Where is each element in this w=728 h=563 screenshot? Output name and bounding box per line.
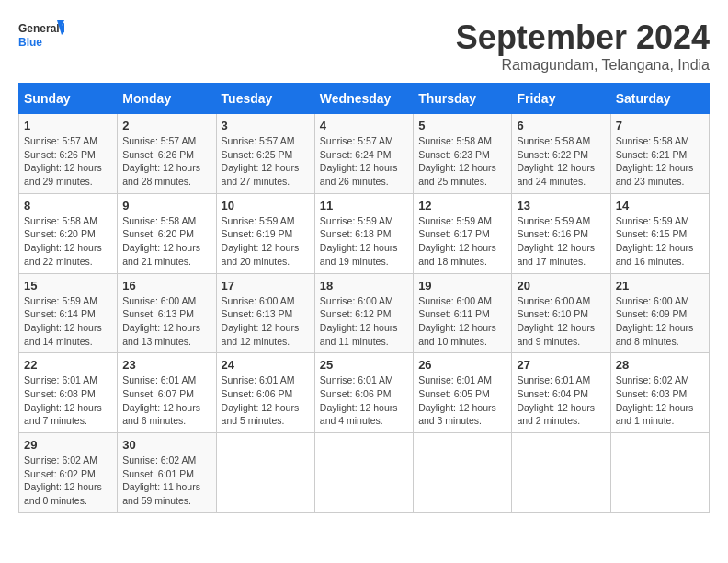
table-row: 7 Sunrise: 5:58 AM Sunset: 6:21 PM Dayli… [610, 114, 709, 194]
day-info: Sunrise: 5:59 AM Sunset: 6:17 PM Dayligh… [418, 214, 506, 269]
header-monday: Monday [118, 84, 216, 114]
day-info: Sunrise: 5:58 AM Sunset: 6:23 PM Dayligh… [418, 134, 506, 189]
day-number: 16 [122, 279, 210, 293]
logo-svg: General Blue [18, 18, 64, 55]
day-number: 8 [24, 199, 112, 213]
table-row: 22 Sunrise: 6:01 AM Sunset: 6:08 PM Dayl… [19, 353, 118, 433]
day-number: 13 [517, 199, 605, 213]
day-info: Sunrise: 6:00 AM Sunset: 6:09 PM Dayligh… [616, 294, 704, 349]
day-number: 25 [320, 358, 408, 372]
day-number: 29 [24, 438, 112, 452]
logo: General Blue [18, 18, 64, 55]
page-header: General Blue September 2024 Ramagundam, … [18, 18, 710, 74]
calendar-header-row: Sunday Monday Tuesday Wednesday Thursday… [19, 84, 710, 114]
day-number: 15 [24, 279, 112, 293]
table-row: 25 Sunrise: 6:01 AM Sunset: 6:06 PM Dayl… [314, 353, 413, 433]
table-row: 27 Sunrise: 6:01 AM Sunset: 6:04 PM Dayl… [512, 353, 610, 433]
header-thursday: Thursday [414, 84, 512, 114]
day-info: Sunrise: 6:01 AM Sunset: 6:08 PM Dayligh… [24, 373, 112, 428]
day-info: Sunrise: 6:00 AM Sunset: 6:13 PM Dayligh… [122, 294, 210, 349]
table-row [512, 433, 610, 513]
day-number: 12 [418, 199, 506, 213]
table-row [314, 433, 413, 513]
title-block: September 2024 Ramagundam, Telangana, In… [456, 18, 710, 74]
table-row: 12 Sunrise: 5:59 AM Sunset: 6:17 PM Dayl… [414, 193, 512, 273]
header-saturday: Saturday [610, 84, 709, 114]
header-wednesday: Wednesday [314, 84, 413, 114]
calendar-week-row: 22 Sunrise: 6:01 AM Sunset: 6:08 PM Dayl… [19, 353, 710, 433]
table-row: 20 Sunrise: 6:00 AM Sunset: 6:10 PM Dayl… [512, 273, 610, 353]
day-number: 3 [222, 119, 310, 132]
day-number: 19 [418, 279, 506, 293]
location-subtitle: Ramagundam, Telangana, India [456, 57, 710, 74]
table-row [414, 433, 512, 513]
table-row: 2 Sunrise: 5:57 AM Sunset: 6:26 PM Dayli… [118, 114, 216, 194]
table-row: 23 Sunrise: 6:01 AM Sunset: 6:07 PM Dayl… [118, 353, 216, 433]
day-info: Sunrise: 6:01 AM Sunset: 6:06 PM Dayligh… [222, 373, 310, 428]
calendar-week-row: 29 Sunrise: 6:02 AM Sunset: 6:02 PM Dayl… [19, 433, 710, 513]
table-row: 28 Sunrise: 6:02 AM Sunset: 6:03 PM Dayl… [610, 353, 709, 433]
day-number: 11 [320, 199, 408, 213]
day-info: Sunrise: 6:01 AM Sunset: 6:04 PM Dayligh… [517, 373, 605, 428]
table-row: 9 Sunrise: 5:58 AM Sunset: 6:20 PM Dayli… [118, 193, 216, 273]
table-row: 15 Sunrise: 5:59 AM Sunset: 6:14 PM Dayl… [19, 273, 118, 353]
table-row: 11 Sunrise: 5:59 AM Sunset: 6:18 PM Dayl… [314, 193, 413, 273]
day-info: Sunrise: 5:58 AM Sunset: 6:20 PM Dayligh… [24, 214, 112, 269]
table-row: 17 Sunrise: 6:00 AM Sunset: 6:13 PM Dayl… [216, 273, 314, 353]
day-info: Sunrise: 5:57 AM Sunset: 6:26 PM Dayligh… [122, 134, 210, 189]
header-tuesday: Tuesday [216, 84, 314, 114]
header-friday: Friday [512, 84, 610, 114]
day-info: Sunrise: 5:59 AM Sunset: 6:16 PM Dayligh… [517, 214, 605, 269]
day-info: Sunrise: 5:59 AM Sunset: 6:18 PM Dayligh… [320, 214, 408, 269]
day-number: 1 [24, 119, 112, 132]
day-number: 26 [418, 358, 506, 372]
day-info: Sunrise: 6:02 AM Sunset: 6:02 PM Dayligh… [24, 454, 112, 508]
table-row: 4 Sunrise: 5:57 AM Sunset: 6:24 PM Dayli… [314, 114, 413, 194]
day-info: Sunrise: 5:57 AM Sunset: 6:26 PM Dayligh… [24, 134, 112, 189]
table-row [610, 433, 709, 513]
table-row: 3 Sunrise: 5:57 AM Sunset: 6:25 PM Dayli… [216, 114, 314, 194]
table-row: 26 Sunrise: 6:01 AM Sunset: 6:05 PM Dayl… [414, 353, 512, 433]
day-info: Sunrise: 6:02 AM Sunset: 6:03 PM Dayligh… [616, 373, 704, 428]
day-number: 30 [122, 438, 210, 452]
day-number: 28 [616, 358, 704, 372]
day-number: 4 [320, 119, 408, 132]
header-sunday: Sunday [19, 84, 118, 114]
calendar-week-row: 8 Sunrise: 5:58 AM Sunset: 6:20 PM Dayli… [19, 193, 710, 273]
day-info: Sunrise: 6:01 AM Sunset: 6:07 PM Dayligh… [122, 373, 210, 428]
calendar-week-row: 1 Sunrise: 5:57 AM Sunset: 6:26 PM Dayli… [19, 114, 710, 194]
day-number: 22 [24, 358, 112, 372]
table-row: 1 Sunrise: 5:57 AM Sunset: 6:26 PM Dayli… [19, 114, 118, 194]
svg-text:Blue: Blue [18, 36, 42, 49]
table-row: 18 Sunrise: 6:00 AM Sunset: 6:12 PM Dayl… [314, 273, 413, 353]
day-info: Sunrise: 6:01 AM Sunset: 6:06 PM Dayligh… [320, 373, 408, 428]
day-number: 18 [320, 279, 408, 293]
table-row: 14 Sunrise: 5:59 AM Sunset: 6:15 PM Dayl… [610, 193, 709, 273]
day-number: 21 [616, 279, 704, 293]
day-number: 24 [222, 358, 310, 372]
day-number: 6 [517, 119, 605, 132]
day-info: Sunrise: 6:00 AM Sunset: 6:12 PM Dayligh… [320, 294, 408, 349]
day-number: 17 [222, 279, 310, 293]
calendar-table: Sunday Monday Tuesday Wednesday Thursday… [18, 83, 710, 513]
table-row: 6 Sunrise: 5:58 AM Sunset: 6:22 PM Dayli… [512, 114, 610, 194]
day-info: Sunrise: 5:57 AM Sunset: 6:24 PM Dayligh… [320, 134, 408, 189]
table-row: 21 Sunrise: 6:00 AM Sunset: 6:09 PM Dayl… [610, 273, 709, 353]
table-row: 29 Sunrise: 6:02 AM Sunset: 6:02 PM Dayl… [19, 433, 118, 513]
day-number: 5 [418, 119, 506, 132]
month-title: September 2024 [456, 18, 710, 57]
table-row: 19 Sunrise: 6:00 AM Sunset: 6:11 PM Dayl… [414, 273, 512, 353]
day-info: Sunrise: 6:00 AM Sunset: 6:13 PM Dayligh… [222, 294, 310, 349]
day-number: 2 [122, 119, 210, 132]
table-row: 13 Sunrise: 5:59 AM Sunset: 6:16 PM Dayl… [512, 193, 610, 273]
day-info: Sunrise: 6:01 AM Sunset: 6:05 PM Dayligh… [418, 373, 506, 428]
table-row: 10 Sunrise: 5:59 AM Sunset: 6:19 PM Dayl… [216, 193, 314, 273]
day-number: 20 [517, 279, 605, 293]
day-number: 10 [222, 199, 310, 213]
day-info: Sunrise: 5:59 AM Sunset: 6:19 PM Dayligh… [222, 214, 310, 269]
table-row: 5 Sunrise: 5:58 AM Sunset: 6:23 PM Dayli… [414, 114, 512, 194]
day-info: Sunrise: 5:59 AM Sunset: 6:14 PM Dayligh… [24, 294, 112, 349]
calendar-week-row: 15 Sunrise: 5:59 AM Sunset: 6:14 PM Dayl… [19, 273, 710, 353]
table-row: 16 Sunrise: 6:00 AM Sunset: 6:13 PM Dayl… [118, 273, 216, 353]
table-row: 30 Sunrise: 6:02 AM Sunset: 6:01 PM Dayl… [118, 433, 216, 513]
